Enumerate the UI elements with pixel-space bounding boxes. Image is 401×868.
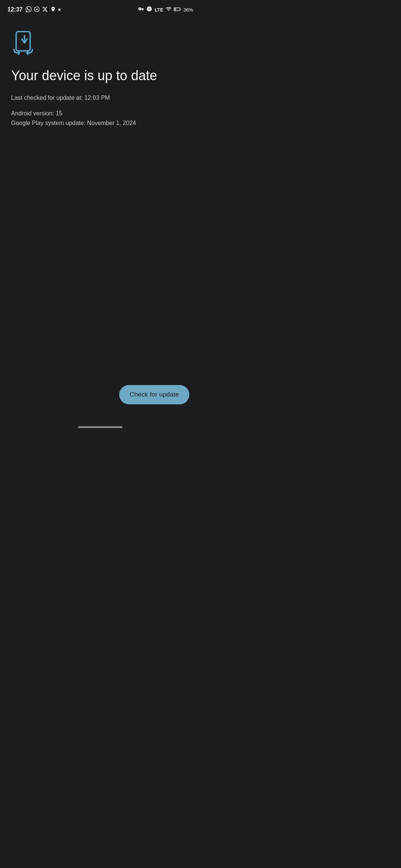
status-bar: 12:37 M bbox=[0, 0, 200, 18]
android-version-text: Android version: 15 bbox=[11, 109, 189, 118]
status-bar-left: 12:37 M bbox=[7, 6, 61, 13]
maps-icon bbox=[50, 6, 56, 13]
version-info-section: Android version: 15 Google Play system u… bbox=[11, 109, 189, 128]
lte-label: LTE bbox=[154, 7, 163, 13]
status-bar-right: LTE 36% bbox=[138, 6, 193, 13]
last-checked-text: Last checked for update at: 12:03 PM bbox=[11, 95, 189, 101]
vpn-key-icon bbox=[138, 6, 144, 13]
update-icon bbox=[11, 29, 38, 56]
home-indicator bbox=[78, 426, 123, 428]
signal-icon bbox=[166, 6, 172, 13]
svg-text:M: M bbox=[36, 8, 38, 10]
manchester-united-icon: M bbox=[34, 6, 40, 13]
status-icons-left: M bbox=[26, 6, 61, 13]
last-checked-section: Last checked for update at: 12:03 PM bbox=[11, 95, 189, 101]
x-twitter-icon bbox=[42, 6, 48, 13]
whatsapp-icon bbox=[26, 6, 32, 13]
status-time: 12:37 bbox=[7, 6, 23, 13]
battery-icon bbox=[174, 6, 181, 13]
main-content: Your device is up to date Last checked f… bbox=[0, 18, 200, 128]
svg-rect-4 bbox=[180, 9, 181, 10]
notification-dot bbox=[58, 9, 61, 11]
svg-rect-3 bbox=[174, 8, 176, 10]
dnd-icon bbox=[146, 6, 152, 13]
play-system-update-text: Google Play system update: November 1, 2… bbox=[11, 118, 189, 128]
battery-percent: 36% bbox=[183, 7, 193, 13]
page-title: Your device is up to date bbox=[11, 68, 189, 83]
update-icon-container bbox=[11, 29, 189, 57]
check-for-update-button[interactable]: Check for update bbox=[119, 385, 189, 404]
